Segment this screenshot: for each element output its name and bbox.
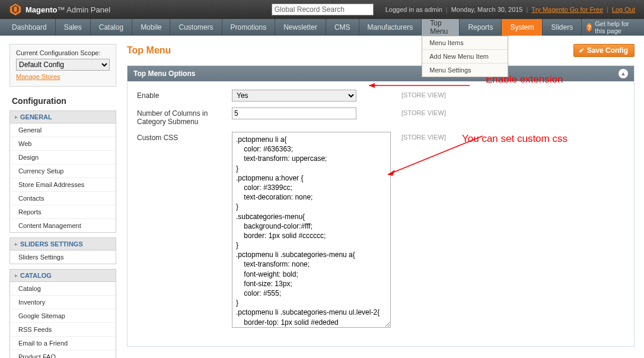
scope-hint: [STORE VIEW] <box>391 132 446 141</box>
try-magento-link[interactable]: Try Magento Go for Free <box>531 6 603 13</box>
main-nav: DashboardSalesCatalogMobileCustomersProm… <box>0 19 644 36</box>
nav-item-mobile[interactable]: Mobile <box>132 19 170 36</box>
brand-text: Magento™ Admin Panel <box>25 5 110 14</box>
sidebar-item-general[interactable]: General <box>10 123 116 137</box>
nav-item-system[interactable]: System <box>502 19 543 36</box>
scope-hint: [STORE VIEW] <box>391 107 446 116</box>
sidebar-item-reports[interactable]: Reports <box>10 205 116 219</box>
submenu-item-menu-items[interactable]: Menu Items <box>422 36 508 50</box>
custom-css-label: Custom CSS <box>137 132 232 142</box>
nav-item-top-menu[interactable]: Top MenuMenu ItemsAdd New Menu ItemMenu … <box>422 19 460 36</box>
config-scope-box: Current Configuration Scope: Default Con… <box>9 44 116 87</box>
sidebar-item-web[interactable]: Web <box>10 137 116 151</box>
sidebar-item-design[interactable]: Design <box>10 151 116 164</box>
sidebar-item-google-sitemap[interactable]: Google Sitemap <box>10 309 116 323</box>
logout-link[interactable]: Log Out <box>612 6 635 13</box>
enable-select[interactable]: Yes <box>232 90 356 102</box>
sidebar-group-general[interactable]: ▸GENERAL <box>9 110 116 123</box>
config-section: Top Menu Options ▲ Enable Yes [STORE VIE… <box>127 65 635 347</box>
logged-in-text: Logged in as admin <box>385 6 442 13</box>
columns-input[interactable] <box>232 107 356 119</box>
nav-item-newsletter[interactable]: Newsletter <box>275 19 326 36</box>
nav-item-reports[interactable]: Reports <box>460 19 502 36</box>
sidebar-item-sliders-settings[interactable]: Sliders Settings <box>10 251 116 264</box>
check-icon: ✔ <box>579 47 584 55</box>
enable-label: Enable <box>137 90 232 100</box>
sidebar-item-rss-feeds[interactable]: RSS Feeds <box>10 323 116 337</box>
save-config-button[interactable]: ✔Save Config <box>573 44 635 57</box>
scope-hint: [STORE VIEW] <box>391 90 446 99</box>
nav-submenu: Menu ItemsAdd New Menu ItemMenu Settings <box>422 36 508 77</box>
sidebar-item-content-management[interactable]: Content Management <box>10 219 116 232</box>
chevron-right-icon: ▸ <box>15 241 18 247</box>
scope-label: Current Configuration Scope: <box>16 49 110 56</box>
nav-item-dashboard[interactable]: Dashboard <box>4 19 56 36</box>
submenu-item-menu-settings[interactable]: Menu Settings <box>422 64 508 77</box>
collapse-icon[interactable]: ▲ <box>619 69 628 78</box>
config-title: Configuration <box>12 96 116 106</box>
main-content: Top Menu ✔Save Config Top Menu Options ▲… <box>127 44 635 347</box>
help-icon: ? <box>586 23 592 31</box>
sidebar-group-catalog[interactable]: ▸CATALOG <box>9 269 116 282</box>
admin-header: Magento™ Admin Panel Logged in as admin … <box>0 0 644 19</box>
nav-item-cms[interactable]: CMS <box>326 19 359 36</box>
manage-stores-link[interactable]: Manage Stores <box>16 73 60 80</box>
sidebar-item-store-email-addresses[interactable]: Store Email Addresses <box>10 178 116 192</box>
sidebar-item-inventory[interactable]: Inventory <box>10 296 116 309</box>
sidebar-item-product-faq[interactable]: Product FAQ <box>10 350 116 358</box>
header-date: Monday, March 30, 2015 <box>451 6 523 13</box>
header-status: Logged in as admin | Monday, March 30, 2… <box>385 6 635 13</box>
nav-item-promotions[interactable]: Promotions <box>222 19 276 36</box>
sidebar-item-email-to-a-friend[interactable]: Email to a Friend <box>10 337 116 350</box>
magento-icon <box>9 3 22 16</box>
chevron-right-icon: ▸ <box>15 273 18 278</box>
sidebar-item-currency-setup[interactable]: Currency Setup <box>10 164 116 178</box>
section-header[interactable]: Top Menu Options ▲ <box>127 66 634 81</box>
nav-item-sliders[interactable]: Sliders <box>543 19 582 36</box>
nav-item-sales[interactable]: Sales <box>56 19 91 36</box>
nav-item-manufacturers[interactable]: Manufacturers <box>359 19 422 36</box>
nav-help-link[interactable]: ?Get help for this page <box>582 19 640 36</box>
custom-css-textarea[interactable] <box>232 132 391 328</box>
sidebar-group-sliders-settings[interactable]: ▸SLIDERS SETTINGS <box>9 237 116 251</box>
nav-item-customers[interactable]: Customers <box>170 19 222 36</box>
nav-item-catalog[interactable]: Catalog <box>91 19 132 36</box>
global-search-input[interactable] <box>272 4 374 15</box>
sidebar-item-contacts[interactable]: Contacts <box>10 192 116 205</box>
submenu-item-add-new-menu-item[interactable]: Add New Menu Item <box>422 50 508 64</box>
section-title: Top Menu Options <box>133 69 195 78</box>
columns-label: Number of Columns in Category Submenu <box>137 107 232 126</box>
sidebar: Current Configuration Scope: Default Con… <box>9 44 116 358</box>
brand-logo: Magento™ Admin Panel <box>9 3 110 16</box>
scope-select[interactable]: Default Config <box>16 59 110 71</box>
page-title: Top Menu <box>127 45 171 56</box>
sidebar-item-catalog[interactable]: Catalog <box>10 282 116 296</box>
chevron-right-icon: ▸ <box>15 114 18 120</box>
